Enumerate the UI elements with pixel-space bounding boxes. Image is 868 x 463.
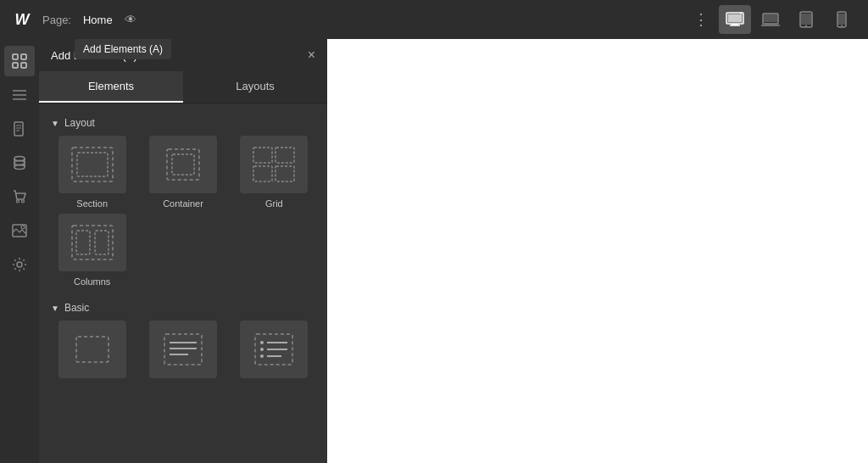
- basic-collapse-arrow: ▼: [51, 304, 59, 313]
- container-label: Container: [163, 198, 203, 209]
- svg-rect-44: [95, 231, 108, 254]
- columns-icon-box: [58, 214, 126, 271]
- element-columns[interactable]: Columns: [49, 214, 135, 287]
- grid-icon-box: [240, 136, 308, 193]
- svg-rect-17: [13, 63, 18, 68]
- svg-rect-15: [13, 54, 18, 59]
- top-bar-right: ⋮: [693, 5, 858, 34]
- eye-icon[interactable]: 👁: [125, 13, 136, 26]
- panel-content: ▼ Layout Section: [39, 103, 327, 463]
- section-icon-box: [58, 136, 126, 193]
- sidebar-add-button[interactable]: [4, 46, 35, 76]
- basic-elements-grid: [46, 321, 320, 378]
- sidebar-database-button[interactable]: [4, 148, 35, 178]
- container-icon-box: [149, 136, 217, 193]
- svg-rect-16: [21, 54, 26, 59]
- device-desktop-button[interactable]: [719, 5, 751, 34]
- tab-elements[interactable]: Elements: [39, 71, 183, 103]
- top-bar: W Page: Home 👁 ⋮: [0, 0, 868, 39]
- div-icon-box: [58, 321, 126, 378]
- page-label: Page:: [42, 14, 71, 26]
- canvas-area: [327, 39, 868, 463]
- svg-rect-40: [253, 166, 272, 181]
- sidebar-pages-button[interactable]: [4, 114, 35, 144]
- layout-collapse-arrow: ▼: [51, 119, 59, 128]
- panel-title: Add Elements (A): [51, 49, 137, 62]
- sidebar-layers-button[interactable]: [4, 80, 35, 110]
- layout-section-label: Layout: [64, 117, 95, 129]
- main-area: Add Elements (A) × Elements Layouts ▼ La…: [0, 39, 868, 463]
- list-icon-box: [240, 321, 308, 378]
- element-text[interactable]: [140, 321, 225, 378]
- layout-elements-grid: Section Container: [46, 136, 320, 287]
- basic-section-label: Basic: [64, 302, 89, 314]
- device-laptop-button[interactable]: [754, 5, 787, 34]
- top-bar-left: W Page: Home 👁: [10, 8, 136, 31]
- svg-point-55: [260, 354, 264, 358]
- panel-close-button[interactable]: ×: [308, 47, 315, 63]
- page-name: Home: [83, 14, 113, 26]
- sidebar-icons: [0, 39, 39, 463]
- device-tablet-button[interactable]: [790, 5, 822, 34]
- svg-rect-22: [14, 122, 23, 136]
- svg-rect-37: [172, 154, 194, 175]
- svg-rect-45: [76, 337, 108, 362]
- panel-header: Add Elements (A) ×: [39, 39, 327, 71]
- columns-label: Columns: [74, 276, 110, 287]
- svg-point-28: [14, 165, 25, 170]
- basic-section-header[interactable]: ▼ Basic: [46, 297, 320, 321]
- section-label: Section: [76, 198, 108, 209]
- layout-section-header[interactable]: ▼ Layout: [46, 112, 320, 136]
- panel-tabs: Elements Layouts: [39, 71, 327, 103]
- element-grid[interactable]: Grid: [231, 136, 317, 209]
- svg-rect-41: [275, 166, 294, 181]
- svg-rect-8: [764, 14, 777, 22]
- sidebar-shop-button[interactable]: [4, 181, 35, 212]
- menu-dots-icon[interactable]: ⋮: [693, 10, 709, 29]
- sidebar-media-button[interactable]: [4, 215, 35, 246]
- svg-rect-39: [275, 148, 294, 163]
- svg-point-32: [21, 226, 25, 229]
- device-mobile-button[interactable]: [826, 5, 858, 34]
- svg-rect-35: [77, 153, 108, 176]
- svg-point-33: [17, 262, 22, 267]
- svg-point-30: [22, 200, 25, 203]
- svg-rect-18: [21, 63, 26, 68]
- element-list[interactable]: [231, 321, 317, 378]
- svg-point-51: [260, 341, 264, 344]
- svg-rect-10: [801, 14, 811, 25]
- sidebar-settings-button[interactable]: [4, 249, 35, 280]
- grid-label: Grid: [265, 198, 283, 209]
- svg-rect-38: [253, 148, 272, 163]
- add-elements-panel: Add Elements (A) × Elements Layouts ▼ La…: [39, 39, 327, 463]
- element-container[interactable]: Container: [140, 136, 225, 209]
- element-section[interactable]: Section: [49, 136, 135, 209]
- basic-section: ▼ Basic: [46, 297, 320, 378]
- svg-point-29: [17, 200, 19, 203]
- text-icon-box: [149, 321, 217, 378]
- svg-point-53: [260, 348, 264, 351]
- svg-rect-13: [838, 14, 845, 25]
- svg-point-11: [805, 25, 807, 27]
- logo: W: [10, 8, 34, 31]
- svg-point-14: [841, 25, 843, 27]
- element-div[interactable]: [49, 321, 135, 378]
- layout-section: ▼ Layout Section: [46, 112, 320, 287]
- svg-rect-43: [76, 231, 90, 254]
- tab-layouts[interactable]: Layouts: [183, 71, 327, 103]
- svg-rect-4: [728, 14, 742, 22]
- canvas-page: [327, 39, 868, 463]
